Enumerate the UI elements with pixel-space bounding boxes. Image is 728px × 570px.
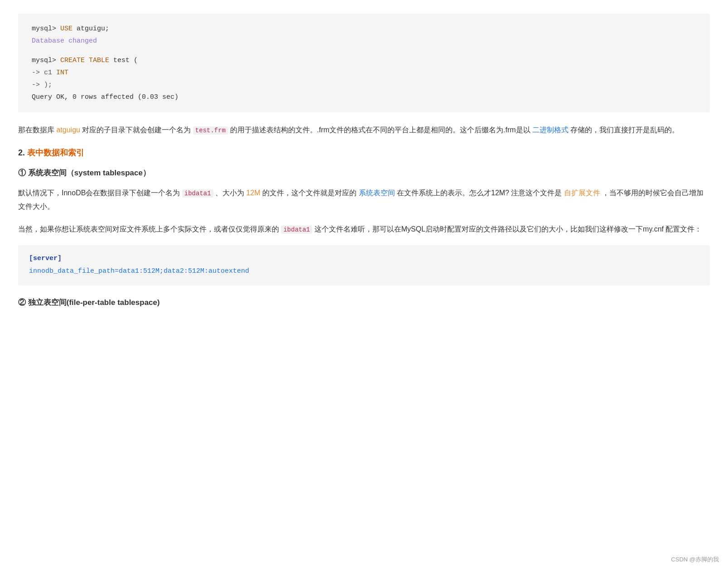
para3-text1: 当然，如果你想让系统表空间对应文件系统上多个实际文件，或者仅仅觉得原来的 xyxy=(18,225,281,233)
code-line-db-changed: Database changed xyxy=(32,35,696,47)
sub1-circle: ① xyxy=(18,169,28,177)
sub-heading-1: ① 系统表空间（system tablespace） xyxy=(18,167,710,180)
code-keyword-create: CREATE xyxy=(60,57,85,64)
para1-text3: 的用于描述表结构的文件。.frm文件的格式在不同的平台上都是相同的。这个后缀名为… xyxy=(228,126,532,134)
config-server-text: [server] xyxy=(29,255,62,262)
code-keyword-use: USE xyxy=(60,25,72,33)
code-prompt-2: mysql> xyxy=(32,57,60,64)
config-block: [server] innodb_data_file_path=data1:512… xyxy=(18,245,710,285)
code-blank-line xyxy=(32,47,696,54)
para3-text2: 这个文件名难听，那可以在MySQL启动时配置对应的文件路径以及它们的大小，比如我… xyxy=(312,225,702,233)
section-2-heading: 2. 表中数据和索引 xyxy=(18,146,710,160)
para1-binary-format: 二进制格式 xyxy=(532,126,569,134)
config-server-label: [server] xyxy=(29,252,699,266)
sub1-title-cn: 系统表空间 xyxy=(28,169,67,177)
sub2-title-bold: 独立表空间 xyxy=(28,298,67,307)
paragraph-1: 那在数据库 atguigu 对应的子目录下就会创建一个名为 test.frm 的… xyxy=(18,123,710,137)
code-db-name: atguigu; xyxy=(72,25,109,33)
code-type-int: INT xyxy=(56,69,68,77)
config-line-text: innodb_data_file_path=data1:512M;data2:5… xyxy=(29,267,249,275)
para1-atguigu: atguigu xyxy=(56,126,80,134)
paragraph-3: 当然，如果你想让系统表空间对应文件系统上多个实际文件，或者仅仅觉得原来的 ibd… xyxy=(18,222,710,236)
sub2-circle: ② xyxy=(18,298,28,307)
para2-text2: 、大小为 xyxy=(213,189,246,197)
section-2-num: 2. xyxy=(18,148,27,157)
para2-text3: 的文件，这个文件就是对应的 xyxy=(260,189,359,197)
code-line-create: mysql> CREATE TABLE test ( xyxy=(32,54,696,67)
para2-size: 12M xyxy=(246,189,260,197)
config-line-row: innodb_data_file_path=data1:512M;data2:5… xyxy=(29,265,699,278)
code-keyword-table: TABLE xyxy=(85,57,109,64)
code-arrow-1: -> c1 xyxy=(32,69,56,77)
code-arrow-2: -> ); xyxy=(32,81,52,89)
para1-text1: 那在数据库 xyxy=(18,126,56,134)
para2-autoextend: 自扩展文件 xyxy=(564,189,600,197)
sub-heading-2: ② 独立表空间(file-per-table tablespace) xyxy=(18,296,710,309)
code-prompt: mysql> xyxy=(32,25,60,33)
sub1-title-en: （system tablespace） xyxy=(67,169,150,177)
para2-text1: 默认情况下，InnoDB会在数据目录下创建一个名为 xyxy=(18,189,182,197)
para1-test-frm: test.frm xyxy=(193,126,228,135)
para1-text4: 存储的，我们直接打开是乱码的。 xyxy=(569,126,679,134)
para2-text4: 在文件系统上的表示。怎么才12M? 注意这个文件是 xyxy=(395,189,564,197)
section-2-title: 表中数据和索引 xyxy=(27,148,84,157)
para1-text2: 对应的子目录下就会创建一个名为 xyxy=(80,126,193,134)
code-line-c1: -> c1 INT xyxy=(32,67,696,79)
sub2-title-en: (file-per-table tablespace) xyxy=(67,298,160,307)
code-query-result: Query OK, 0 rows affected (0.03 sec) xyxy=(32,93,178,101)
para3-ibdata1: ibdata1 xyxy=(281,226,312,234)
code-success-text: Database changed xyxy=(32,37,97,45)
code-line-use: mysql> USE atguigu; xyxy=(32,23,696,35)
code-table-name: test ( xyxy=(109,57,138,64)
paragraph-2: 默认情况下，InnoDB会在数据目录下创建一个名为 ibdata1 、大小为 1… xyxy=(18,186,710,213)
code-line-close: -> ); xyxy=(32,79,696,91)
para2-ibdata1: ibdata1 xyxy=(182,189,213,198)
code-line-query-ok: Query OK, 0 rows affected (0.03 sec) xyxy=(32,91,696,103)
para2-system-space: 系统表空间 xyxy=(359,189,395,197)
code-block-1: mysql> USE atguigu; Database changed mys… xyxy=(18,14,710,112)
